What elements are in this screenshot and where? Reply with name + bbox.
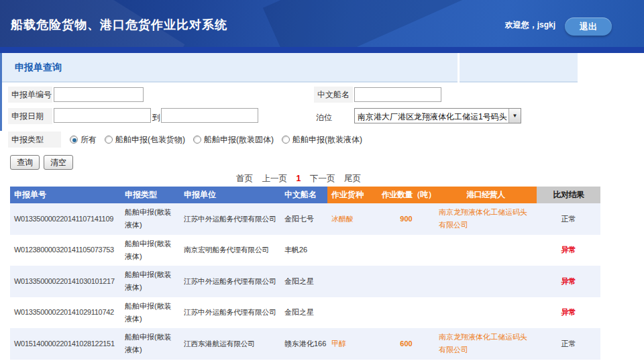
cell-port-operator xyxy=(435,235,537,266)
page-first-link[interactable]: 首页 xyxy=(236,174,253,183)
cell-agency: 江苏中外运船务代理有限公司 xyxy=(180,203,280,235)
tab-bar: 申报单查询 xyxy=(0,53,458,83)
cell-agency: 江苏中外运船务代理有限公司 xyxy=(180,266,280,297)
cell-declare-type: 船舶申报(散装液体) xyxy=(121,328,180,360)
cell-quantity xyxy=(378,235,435,266)
radio-icon[interactable] xyxy=(105,136,113,144)
cell-port-operator xyxy=(435,297,537,329)
radio-option[interactable]: 船舶申报(包装货物) xyxy=(105,134,185,146)
berth-select-value: 南京港大厂港区龙翔液体化工储运1号码头 xyxy=(355,109,508,123)
table-row: W015140000220141028122151船舶申报(散装液体)江西东港航… xyxy=(10,328,600,360)
radio-option[interactable]: 船舶申报(散装固体) xyxy=(193,134,274,146)
query-button[interactable]: 查询 xyxy=(10,155,40,170)
cell-port-operator: 南京龙翔液体化工储运码头有限公司 xyxy=(435,203,537,235)
cell-cargo-type: 冰醋酸 xyxy=(327,203,378,235)
page-current: 1 xyxy=(296,174,301,183)
table-row: W013350000220141029110742船舶申报(散装液体)江苏中外运… xyxy=(10,297,600,329)
cell-agency: 江苏中外运船务代理有限公司 xyxy=(180,297,280,329)
radio-icon[interactable] xyxy=(70,136,78,144)
berth-select[interactable]: 南京港大厂港区龙翔液体化工储运1号码头 ▼ xyxy=(354,108,521,123)
column-header-result: 比对结果 xyxy=(537,187,600,203)
cell-ship-name: 丰帆26 xyxy=(280,235,327,266)
app-header: 船载危险货物、港口危货作业比对系统 欢迎您，jsgkj 退出 xyxy=(0,0,644,47)
cell-declare-type: 船舶申报(散装液体) xyxy=(121,297,180,329)
cell-result: 正常 xyxy=(537,328,600,360)
cell-cargo-type xyxy=(327,297,378,329)
radio-option[interactable]: 船舶申报(散装液体) xyxy=(282,134,362,146)
column-header-port-operator: 港口经营人 xyxy=(435,187,537,203)
pagination: 首页 上一页 1 下一页 尾页 xyxy=(236,173,368,185)
radio-icon[interactable] xyxy=(193,136,201,144)
radio-label: 船舶申报(包装货物) xyxy=(115,134,185,146)
tab-bar-right-segment xyxy=(460,53,578,83)
ship-name-label: 中文船名 xyxy=(314,87,353,103)
results-table: 申报单号申报类型申报单位中文船名作业货种作业数量（吨）港口经营人比对结果 W01… xyxy=(10,187,600,360)
ship-name-input[interactable] xyxy=(354,87,441,102)
page-next-link[interactable]: 下一页 xyxy=(310,174,335,183)
cell-quantity: 900 xyxy=(378,203,435,235)
cell-quantity xyxy=(378,266,435,297)
declaration-no-label: 申报单编号 xyxy=(8,87,52,103)
cell-declare-type: 船舶申报(散装液体) xyxy=(121,266,180,297)
welcome-text: 欢迎您，jsgkj xyxy=(505,19,555,31)
cell-declaration-no: W013350000220141107141109 xyxy=(10,203,121,235)
table-row: W012380000320141105073753船舶申报(散装液体)南京宏明船… xyxy=(10,235,600,266)
radio-icon[interactable] xyxy=(282,136,290,144)
cell-quantity: 600 xyxy=(378,328,435,360)
cell-ship-name: 金阳之星 xyxy=(280,266,327,297)
cell-ship-name: 金阳之星 xyxy=(280,297,327,329)
page-prev-link[interactable]: 上一页 xyxy=(262,174,287,183)
radio-label: 船舶申报(散装固体) xyxy=(204,134,274,146)
cell-result: 异常 xyxy=(537,266,600,297)
column-header-quantity: 作业数量（吨） xyxy=(378,187,435,203)
declare-type-label: 申报类型 xyxy=(8,132,61,148)
date-from-input[interactable] xyxy=(54,108,151,123)
cell-result: 异常 xyxy=(537,297,600,329)
cell-agency: 南京宏明船务代理有限公司 xyxy=(180,235,280,266)
app-title: 船载危险货物、港口危货作业比对系统 xyxy=(11,17,227,33)
cell-cargo-type xyxy=(327,235,378,266)
declare-type-options: 所有船舶申报(包装货物)船舶申报(散装固体)船舶申报(散装液体) xyxy=(70,134,370,146)
cell-result: 异常 xyxy=(537,235,600,266)
tab-declaration-query[interactable]: 申报单查询 xyxy=(15,62,62,74)
column-header-declare-type: 申报类型 xyxy=(121,187,180,203)
cell-declaration-no: W013350000220141029110742 xyxy=(10,297,121,329)
cell-cargo-type: 甲醇 xyxy=(327,328,378,360)
cell-result: 正常 xyxy=(537,203,600,235)
berth-label: 泊位 xyxy=(316,112,332,123)
cell-port-operator: 南京龙翔液体化工储运码头有限公司 xyxy=(435,328,537,360)
column-header-cargo-type: 作业货种 xyxy=(327,187,378,203)
radio-option[interactable]: 所有 xyxy=(70,134,97,146)
app: 船载危险货物、港口危货作业比对系统 欢迎您，jsgkj 退出 申报单查询 申报单… xyxy=(0,0,644,361)
cell-ship-name: 赣东港化166 xyxy=(280,328,327,360)
radio-label: 所有 xyxy=(80,134,97,146)
page-last-link[interactable]: 尾页 xyxy=(344,174,361,183)
column-header-declaration-no: 申报单号 xyxy=(10,187,121,203)
header-decoration xyxy=(263,0,495,47)
logout-button[interactable]: 退出 xyxy=(565,17,612,36)
cell-declaration-no: W013350000220141030101217 xyxy=(10,266,121,297)
chevron-down-icon[interactable]: ▼ xyxy=(508,109,521,123)
radio-label: 船舶申报(散装液体) xyxy=(292,134,362,146)
date-to-label: 到 xyxy=(152,112,160,123)
cell-agency: 江西东港航运有限公司 xyxy=(180,328,280,360)
table-header-row: 申报单号申报类型申报单位中文船名作业货种作业数量（吨）港口经营人比对结果 xyxy=(10,187,600,203)
table-row: W013350000220141107141109船舶申报(散装液体)江苏中外运… xyxy=(10,203,600,235)
top-divider-bar xyxy=(0,47,644,53)
cell-declaration-no: W012380000320141105073753 xyxy=(10,235,121,266)
left-edge-strip xyxy=(0,53,2,131)
table-row: W013350000220141030101217船舶申报(散装液体)江苏中外运… xyxy=(10,266,600,297)
cell-ship-name: 金阳七号 xyxy=(280,203,327,235)
declare-date-label: 申报日期 xyxy=(8,108,52,124)
cell-declare-type: 船舶申报(散装液体) xyxy=(121,235,180,266)
cell-declare-type: 船舶申报(散装液体) xyxy=(121,203,180,235)
column-header-agency: 申报单位 xyxy=(180,187,280,203)
cell-quantity xyxy=(378,297,435,329)
cell-declaration-no: W015140000220141028122151 xyxy=(10,328,121,360)
clear-button[interactable]: 清空 xyxy=(44,155,73,170)
cell-cargo-type xyxy=(327,266,378,297)
date-to-input[interactable] xyxy=(161,108,258,123)
declaration-no-input[interactable] xyxy=(54,87,144,102)
cell-port-operator xyxy=(435,266,537,297)
column-header-ship-name: 中文船名 xyxy=(280,187,327,203)
